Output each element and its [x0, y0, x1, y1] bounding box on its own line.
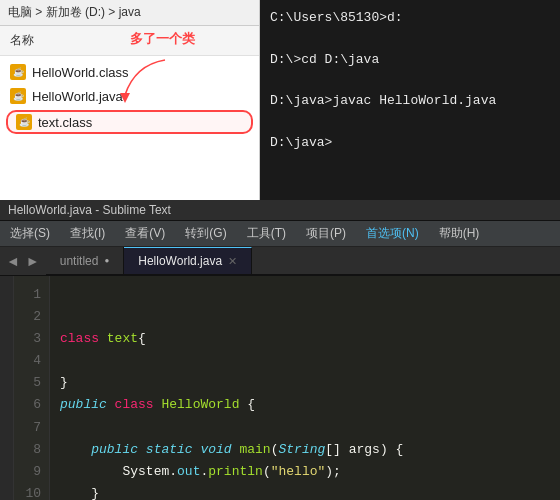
file-list-header: 名称 [0, 26, 259, 56]
breadcrumb: 电脑 > 新加卷 (D:) > java [0, 0, 259, 26]
file-list: ☕ HelloWorld.class ☕ HelloWorld.java ☕ t… [0, 56, 259, 140]
menu-select[interactable]: 选择(S) [0, 221, 60, 246]
tab-close-btn[interactable]: ✕ [228, 255, 237, 268]
menu-find[interactable]: 查找(I) [60, 221, 115, 246]
tab-helloworldjava[interactable]: HelloWorld.java ✕ [124, 247, 252, 274]
file-explorer: 电脑 > 新加卷 (D:) > java 名称 多了一个类 ☕ HelloWor… [0, 0, 260, 200]
line-numbers: 1 2 3 4 5 6 7 8 9 10 [14, 276, 50, 500]
file-icon: ☕ [16, 114, 32, 130]
terminal-line: C:\Users\85130>d: [270, 8, 550, 29]
file-name: text.class [38, 115, 92, 130]
menu-tools[interactable]: 工具(T) [237, 221, 296, 246]
terminal-line [270, 70, 550, 91]
terminal-line: D:\java> [270, 133, 550, 154]
code-body: 1 2 3 4 5 6 7 8 9 10 class text{ } publi… [0, 276, 560, 500]
code-line-4: } [60, 375, 68, 390]
tab-next-arrow[interactable]: ► [24, 253, 42, 269]
tab-label: HelloWorld.java [138, 254, 222, 268]
file-name: HelloWorld.class [32, 65, 129, 80]
menu-preferences[interactable]: 首选项(N) [356, 221, 429, 246]
file-item-highlighted[interactable]: ☕ text.class [6, 110, 253, 134]
terminal: C:\Users\85130>d: D:\>cd D:\java D:\java… [260, 0, 560, 200]
file-item[interactable]: ☕ HelloWorld.class [0, 60, 259, 84]
tab-dot: ● [104, 256, 109, 265]
terminal-line: D:\java>javac HelloWorld.java [270, 91, 550, 112]
terminal-line [270, 29, 550, 50]
code-line-5: public [60, 397, 115, 412]
sidebar-mini [0, 276, 14, 500]
menu-help[interactable]: 帮助(H) [429, 221, 490, 246]
menu-view[interactable]: 查看(V) [115, 221, 175, 246]
sublime-titlebar: HelloWorld.java - Sublime Text [0, 200, 560, 221]
code-line-8 [60, 464, 122, 479]
sublime-text-window: HelloWorld.java - Sublime Text 选择(S) 查找(… [0, 200, 560, 500]
code-line-7 [60, 442, 91, 457]
tab-bar: untitled ● HelloWorld.java ✕ [46, 247, 560, 275]
tab-label: untitled [60, 254, 99, 268]
code-editor[interactable]: class text{ } public class HelloWorld { … [50, 276, 560, 500]
menu-goto[interactable]: 转到(G) [175, 221, 236, 246]
menu-project[interactable]: 项目(P) [296, 221, 356, 246]
tab-nav-arrows: ◄ ► [0, 247, 46, 275]
file-icon: ☕ [10, 88, 26, 104]
column-header-name: 名称 [10, 33, 34, 47]
breadcrumb-text: 电脑 > 新加卷 (D:) > java [8, 4, 141, 21]
file-item[interactable]: ☕ HelloWorld.java [0, 84, 259, 108]
code-line-2: class [60, 331, 107, 346]
terminal-line: D:\>cd D:\java [270, 50, 550, 71]
tab-prev-arrow[interactable]: ◄ [4, 253, 22, 269]
tab-untitled[interactable]: untitled ● [46, 247, 125, 274]
terminal-line [270, 112, 550, 133]
sublime-menubar: 选择(S) 查找(I) 查看(V) 转到(G) 工具(T) 项目(P) 首选项(… [0, 221, 560, 247]
sublime-title: HelloWorld.java - Sublime Text [8, 203, 171, 217]
code-line-9: } [60, 486, 99, 500]
file-icon: ☕ [10, 64, 26, 80]
file-name: HelloWorld.java [32, 89, 123, 104]
